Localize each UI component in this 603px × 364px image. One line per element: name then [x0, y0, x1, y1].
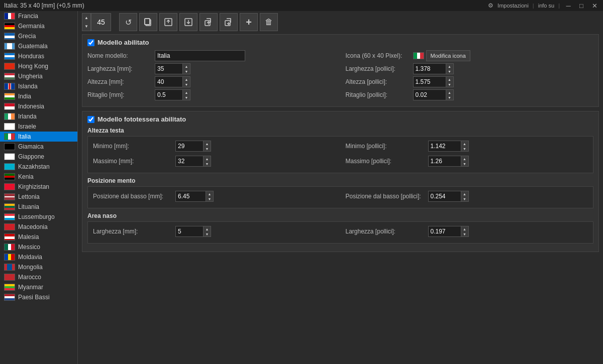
pos-basso-mm-input[interactable]	[175, 191, 206, 202]
country-item-jm[interactable]: Giamaica	[0, 142, 77, 152]
larghezza-naso-pollici-up[interactable]: ▲	[461, 226, 468, 231]
altezza-pollici-down[interactable]: ▼	[446, 82, 453, 87]
export2-button[interactable]	[179, 13, 197, 31]
minimo-pollici-up[interactable]: ▲	[461, 141, 468, 146]
minimo-pollici-down[interactable]: ▼	[461, 146, 468, 151]
country-item-mk[interactable]: Macedonia	[0, 222, 77, 232]
larghezza-naso-mm-input[interactable]	[175, 226, 203, 237]
country-item-hn[interactable]: Honduras	[0, 51, 77, 61]
country-item-my[interactable]: Malesia	[0, 232, 77, 242]
maximize-button[interactable]: □	[577, 1, 586, 10]
pos-basso-mm-down[interactable]: ▼	[206, 196, 213, 201]
export4-button[interactable]	[220, 13, 238, 31]
flag-icon-md	[4, 254, 15, 261]
larghezza-pollici-input[interactable]	[413, 63, 446, 74]
country-item-is[interactable]: Islanda	[0, 81, 77, 91]
massimo-mm-up[interactable]: ▲	[204, 156, 211, 161]
altezza-pollici-spinner: ▲ ▼	[413, 76, 454, 87]
minimo-mm-down[interactable]: ▼	[204, 146, 211, 151]
massimo-mm-input[interactable]	[175, 156, 203, 167]
larghezza-naso-pollici-down[interactable]: ▼	[461, 231, 468, 236]
altezza-pollici-up[interactable]: ▲	[446, 77, 453, 82]
country-item-jp[interactable]: Giappone	[0, 152, 77, 162]
add-button[interactable]: +	[240, 13, 258, 31]
country-item-mm[interactable]: Myanmar	[0, 282, 77, 292]
modifica-icona-button[interactable]: Modifica icona	[426, 50, 470, 61]
flag-icon-lv	[4, 193, 15, 200]
massimo-mm-down[interactable]: ▼	[204, 161, 211, 166]
larghezza-mm-up[interactable]: ▲	[183, 64, 190, 69]
country-item-id[interactable]: Indonesia	[0, 101, 77, 111]
country-item-mn[interactable]: Mongolia	[0, 262, 77, 272]
altezza-pollici-input[interactable]	[413, 76, 446, 87]
pos-basso-pollici-input[interactable]	[428, 191, 461, 202]
ritaglio-pollici-down[interactable]: ▼	[446, 95, 453, 100]
country-name-my: Malesia	[18, 233, 39, 240]
altezza-mm-input[interactable]	[155, 76, 182, 87]
country-item-kg[interactable]: Kirghizistan	[0, 182, 77, 192]
modello-enabled-checkbox[interactable]	[87, 39, 94, 46]
country-item-de[interactable]: Germania	[0, 21, 77, 31]
ritaglio-pollici-up[interactable]: ▲	[446, 90, 453, 95]
nome-input[interactable]	[155, 50, 245, 61]
nav-spinner[interactable]: ▲ ▼	[82, 13, 91, 31]
ritaglio-mm-label: Ritaglio [mm]:	[87, 91, 153, 98]
minimo-mm-input[interactable]	[175, 141, 203, 152]
ritaglio-mm-up[interactable]: ▲	[183, 90, 190, 95]
country-item-il[interactable]: Israele	[0, 122, 77, 132]
export3-button[interactable]	[199, 13, 218, 31]
country-item-lt[interactable]: Lituania	[0, 202, 77, 212]
reset-button[interactable]: ↺	[119, 13, 137, 31]
country-item-ie[interactable]: Irlanda	[0, 111, 77, 122]
country-item-lv[interactable]: Lettonia	[0, 192, 77, 202]
country-item-hk[interactable]: Hong Kong	[0, 61, 77, 71]
country-item-gr[interactable]: Grecia	[0, 31, 77, 41]
country-item-hu[interactable]: Ungheria	[0, 71, 77, 81]
larghezza-mm-input[interactable]	[155, 63, 182, 74]
pos-basso-mm-up[interactable]: ▲	[206, 191, 213, 196]
pos-basso-pollici-down[interactable]: ▼	[461, 196, 468, 201]
nav-up-button[interactable]: ▲	[82, 14, 90, 22]
altezza-mm-up[interactable]: ▲	[183, 77, 190, 82]
copy-button[interactable]	[139, 13, 157, 31]
country-item-in[interactable]: India	[0, 91, 77, 101]
country-item-md[interactable]: Moldavia	[0, 252, 77, 262]
nav-down-button[interactable]: ▼	[82, 22, 90, 31]
massimo-pollici-down[interactable]: ▼	[461, 161, 468, 166]
pos-basso-pollici-up[interactable]: ▲	[461, 191, 468, 196]
larghezza-mm-down[interactable]: ▼	[183, 69, 190, 74]
minimo-mm-up[interactable]: ▲	[204, 141, 211, 146]
minimo-mm-label: Minimo [mm]:	[93, 143, 173, 150]
ritaglio-pollici-input[interactable]	[413, 89, 446, 100]
fototessera-enabled-checkbox[interactable]	[87, 116, 94, 123]
country-item-ke[interactable]: Kenia	[0, 172, 77, 182]
flag-icon-nl	[4, 294, 15, 301]
country-name-mx: Messico	[18, 244, 40, 251]
close-button[interactable]: ✕	[590, 1, 599, 10]
country-item-nl[interactable]: Paesi Bassi	[0, 292, 77, 302]
ritaglio-mm-input[interactable]	[155, 89, 182, 100]
country-item-kz[interactable]: Kazakhstan	[0, 162, 77, 172]
country-item-it[interactable]: Italia	[0, 132, 77, 142]
larghezza-naso-pollici-input[interactable]	[428, 226, 461, 237]
massimo-pollici-up[interactable]: ▲	[461, 156, 468, 161]
larghezza-naso-mm-up[interactable]: ▲	[204, 226, 211, 231]
flag-icon-hk	[4, 63, 15, 70]
info-link[interactable]: info su	[538, 3, 554, 9]
country-item-lu[interactable]: Lussemburgo	[0, 212, 77, 222]
minimize-button[interactable]: ─	[564, 1, 573, 10]
larghezza-pollici-down[interactable]: ▼	[446, 69, 453, 74]
larghezza-naso-mm-down[interactable]: ▼	[204, 231, 211, 236]
export1-button[interactable]	[159, 13, 177, 31]
settings-link[interactable]: Impostazioni	[497, 3, 529, 9]
minimo-pollici-input[interactable]	[428, 141, 461, 152]
massimo-pollici-input[interactable]	[428, 156, 461, 167]
larghezza-pollici-up[interactable]: ▲	[446, 64, 453, 69]
delete-button[interactable]: 🗑	[260, 13, 278, 31]
altezza-mm-down[interactable]: ▼	[183, 82, 190, 87]
country-item-mx[interactable]: Messico	[0, 242, 77, 252]
country-item-ma[interactable]: Marocco	[0, 272, 77, 282]
ritaglio-mm-down[interactable]: ▼	[183, 95, 190, 100]
country-item-fr[interactable]: Francia	[0, 11, 77, 21]
country-item-gt[interactable]: Guatemala	[0, 41, 77, 51]
